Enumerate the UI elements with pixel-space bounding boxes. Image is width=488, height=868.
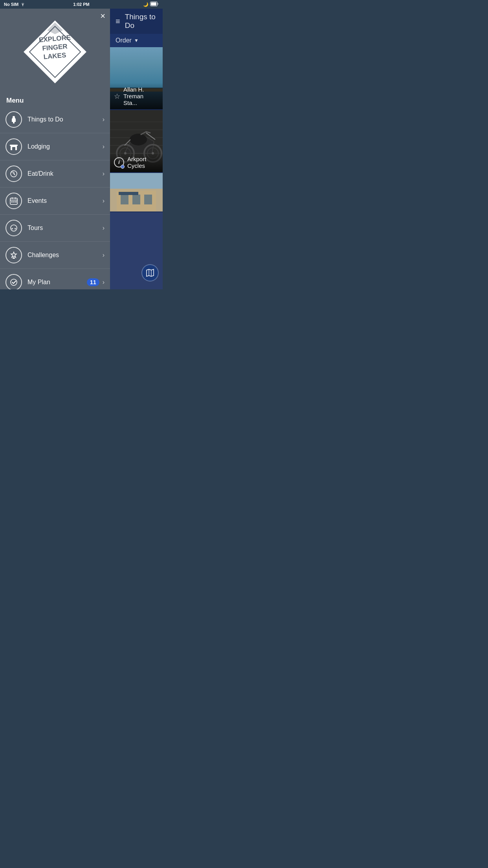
my-plan-label: My Plan — [28, 279, 87, 286]
svg-rect-70 — [144, 195, 152, 204]
content-scroll[interactable]: ☆ Allan H. Treman Sta... — [110, 47, 163, 289]
svg-point-29 — [11, 279, 17, 285]
tours-icon: A B — [6, 220, 22, 236]
things-to-do-label: Things to Do — [28, 116, 103, 123]
svg-rect-36 — [110, 69, 163, 81]
svg-rect-2 — [151, 2, 156, 6]
card-info-icon: i — [114, 157, 124, 167]
svg-rect-71 — [119, 192, 138, 195]
content-header: ≡ Things to Do — [110, 9, 163, 34]
events-chevron: › — [103, 197, 105, 204]
lodging-label: Lodging — [28, 143, 103, 150]
logo-area: EXPLORE FINGER LAKES — [0, 9, 110, 94]
svg-point-0 — [22, 5, 23, 6]
content-title: Things to Do — [125, 13, 157, 30]
sidebar-item-eat-drink[interactable]: Eat/Drink › — [0, 160, 110, 188]
sidebar-item-lodging[interactable]: Lodging › — [0, 133, 110, 160]
eat-drink-icon — [6, 166, 22, 182]
my-plan-icon — [6, 274, 22, 289]
events-label: Events — [28, 197, 103, 204]
eat-drink-label: Eat/Drink — [28, 170, 103, 177]
content-area: ≡ Things to Do Order ▼ — [110, 9, 163, 289]
eat-drink-chevron: › — [103, 170, 105, 177]
order-bar[interactable]: Order ▼ — [110, 34, 163, 47]
challenges-icon — [6, 247, 22, 263]
sidebar-item-challenges[interactable]: Challenges › — [0, 242, 110, 269]
map-icon — [146, 268, 154, 277]
hamburger-icon[interactable]: ≡ — [116, 17, 120, 25]
svg-rect-69 — [132, 195, 140, 204]
svg-rect-68 — [121, 195, 128, 204]
svg-rect-20 — [13, 201, 15, 202]
svg-marker-48 — [140, 54, 147, 83]
card-arkport-cycles[interactable]: i Arkport Cycles — [110, 110, 163, 173]
lodging-chevron: › — [103, 143, 105, 150]
close-button[interactable]: × — [100, 12, 105, 20]
svg-rect-28 — [13, 257, 15, 258]
status-left: No SIM — [4, 2, 26, 7]
card-allan-treman[interactable]: ☆ Allan H. Treman Sta... — [110, 47, 163, 110]
svg-rect-12 — [12, 147, 15, 150]
challenges-chevron: › — [103, 252, 105, 259]
order-chevron-icon: ▼ — [134, 38, 139, 43]
status-time: 1:02 PM — [73, 2, 90, 7]
svg-rect-13 — [10, 145, 18, 146]
things-to-do-chevron: › — [103, 116, 105, 123]
building-image — [110, 173, 163, 212]
tours-label: Tours — [28, 224, 103, 232]
status-bar: No SIM 1:02 PM 🌙 — [0, 0, 163, 9]
map-fab-button[interactable] — [141, 264, 159, 281]
my-plan-chevron: › — [103, 279, 105, 286]
card-allan-treman-title: Allan H. Treman Sta... — [123, 86, 159, 106]
things-to-do-icon — [6, 111, 22, 128]
menu-section-label: Menu — [0, 94, 110, 106]
sidebar-item-events[interactable]: Events › — [0, 188, 110, 215]
sidebar-item-things-to-do[interactable]: Things to Do › — [0, 106, 110, 133]
sidebar-item-my-plan[interactable]: My Plan 11 › — [0, 269, 110, 289]
svg-rect-19 — [11, 201, 13, 202]
svg-marker-46 — [121, 57, 127, 83]
lodging-icon — [6, 138, 22, 155]
carrier-text: No SIM — [4, 2, 18, 7]
my-plan-badge: 11 — [87, 278, 99, 286]
card-star-icon: ☆ — [114, 92, 120, 101]
status-right: 🌙 — [143, 2, 159, 7]
tours-chevron: › — [103, 224, 105, 232]
card-allan-treman-overlay: ☆ Allan H. Treman Sta... — [110, 83, 163, 109]
svg-rect-34 — [110, 47, 163, 79]
order-label: Order — [116, 37, 132, 44]
moon-icon: 🌙 — [143, 2, 149, 7]
svg-rect-10 — [13, 122, 15, 123]
explore-finger-lakes-logo: EXPLORE FINGER LAKES — [20, 17, 90, 87]
sidebar-item-tours[interactable]: A B Tours › — [0, 215, 110, 242]
events-icon — [6, 193, 22, 209]
card-arkport-title: Arkport Cycles — [127, 156, 159, 169]
svg-marker-47 — [130, 52, 137, 83]
battery-icon — [150, 2, 159, 7]
wifi-icon — [20, 2, 26, 7]
svg-point-57 — [130, 134, 147, 145]
main-container: × EXPLORE FINGER LAKES Menu — [0, 9, 163, 289]
svg-rect-21 — [15, 201, 17, 202]
card-arkport-overlay: i Arkport Cycles — [110, 153, 163, 172]
sidebar: × EXPLORE FINGER LAKES Menu — [0, 9, 110, 289]
card-building[interactable] — [110, 173, 163, 212]
challenges-label: Challenges — [28, 252, 103, 259]
svg-rect-65 — [110, 173, 163, 189]
